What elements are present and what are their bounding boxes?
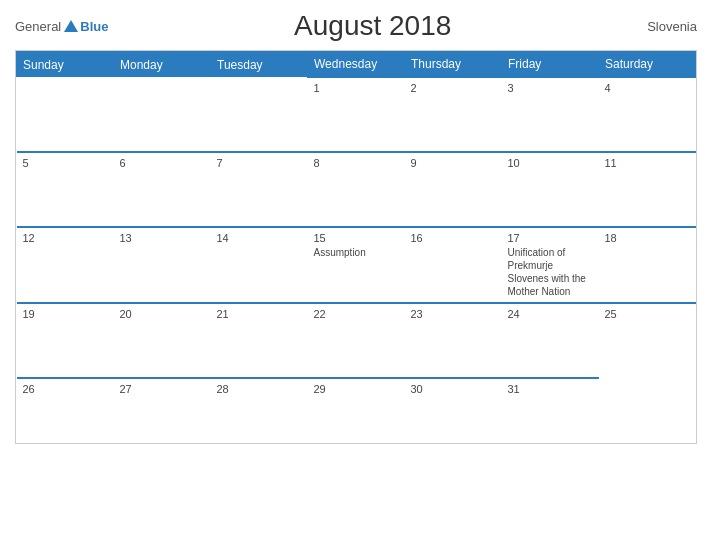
day-number: 17 [508,232,593,244]
day-number: 19 [23,308,108,320]
calendar-cell: 18 [599,227,696,303]
header: General Blue August 2018 Slovenia [15,10,697,42]
day-number: 27 [120,383,205,395]
calendar-cell [114,77,211,152]
col-saturday: Saturday [599,52,696,78]
logo: General Blue [15,19,108,34]
calendar-week-row: 567891011 [17,152,696,227]
calendar-cell: 26 [17,378,114,443]
holiday-name: Unification of Prekmurje Slovenes with t… [508,247,586,297]
col-monday: Monday [114,52,211,78]
col-wednesday: Wednesday [308,52,405,78]
calendar-cell [211,77,308,152]
day-number: 3 [508,82,593,94]
calendar-cell: 12 [17,227,114,303]
calendar-week-row: 1234 [17,77,696,152]
day-number: 20 [120,308,205,320]
day-number: 23 [411,308,496,320]
calendar-cell: 21 [211,303,308,378]
calendar-cell: 7 [211,152,308,227]
calendar-cell: 31 [502,378,599,443]
calendar-cell: 6 [114,152,211,227]
day-number: 1 [314,82,399,94]
calendar-cell [599,378,696,443]
day-number: 18 [605,232,690,244]
logo-blue-text: Blue [80,19,108,34]
calendar-cell: 29 [308,378,405,443]
calendar-cell: 1 [308,77,405,152]
day-number: 15 [314,232,399,244]
calendar-cell: 14 [211,227,308,303]
logo-general-text: General [15,19,61,34]
day-number: 13 [120,232,205,244]
col-thursday: Thursday [405,52,502,78]
day-number: 22 [314,308,399,320]
month-title: August 2018 [108,10,637,42]
calendar-table: Sunday Monday Tuesday Wednesday Thursday… [16,51,696,443]
day-number: 10 [508,157,593,169]
calendar-cell: 13 [114,227,211,303]
calendar-cell: 23 [405,303,502,378]
day-number: 9 [411,157,496,169]
calendar-cell: 17Unification of Prekmurje Slovenes with… [502,227,599,303]
calendar-cell: 2 [405,77,502,152]
calendar-cell: 15Assumption [308,227,405,303]
col-friday: Friday [502,52,599,78]
calendar-cell: 4 [599,77,696,152]
calendar-cell [17,77,114,152]
calendar-cell: 16 [405,227,502,303]
calendar-week-row: 12131415Assumption1617Unification of Pre… [17,227,696,303]
day-number: 16 [411,232,496,244]
day-number: 24 [508,308,593,320]
calendar-cell: 25 [599,303,696,378]
country-name: Slovenia [637,19,697,34]
calendar-cell: 5 [17,152,114,227]
calendar-cell: 9 [405,152,502,227]
day-number: 2 [411,82,496,94]
holiday-name: Assumption [314,247,366,258]
calendar-cell: 8 [308,152,405,227]
calendar-cell: 3 [502,77,599,152]
calendar-week-row: 19202122232425 [17,303,696,378]
day-number: 28 [217,383,302,395]
calendar-cell: 20 [114,303,211,378]
day-number: 25 [605,308,690,320]
calendar-wrapper: Sunday Monday Tuesday Wednesday Thursday… [15,50,697,444]
day-number: 11 [605,157,690,169]
day-number: 14 [217,232,302,244]
calendar-cell: 28 [211,378,308,443]
day-number: 6 [120,157,205,169]
calendar-week-row: 262728293031 [17,378,696,443]
day-number: 21 [217,308,302,320]
calendar-header-row: Sunday Monday Tuesday Wednesday Thursday… [17,52,696,78]
day-number: 4 [605,82,690,94]
calendar-cell: 22 [308,303,405,378]
calendar-cell: 24 [502,303,599,378]
day-number: 7 [217,157,302,169]
logo-triangle-icon [64,20,78,32]
day-number: 8 [314,157,399,169]
day-number: 26 [23,383,108,395]
calendar-cell: 19 [17,303,114,378]
calendar-cell: 27 [114,378,211,443]
col-tuesday: Tuesday [211,52,308,78]
day-number: 31 [508,383,593,395]
calendar-cell: 30 [405,378,502,443]
col-sunday: Sunday [17,52,114,78]
page: General Blue August 2018 Slovenia Sunday… [0,0,712,550]
day-number: 29 [314,383,399,395]
day-number: 5 [23,157,108,169]
calendar-cell: 11 [599,152,696,227]
day-number: 30 [411,383,496,395]
day-number: 12 [23,232,108,244]
calendar-cell: 10 [502,152,599,227]
